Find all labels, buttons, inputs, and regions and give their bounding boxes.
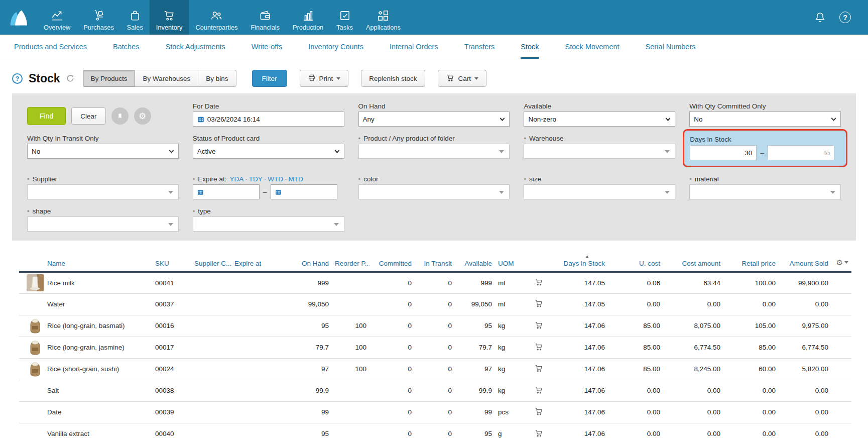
add-to-cart-icon[interactable] (534, 342, 544, 352)
size-combo[interactable] (524, 184, 675, 199)
expire-shortcut-tdy[interactable]: TDY (249, 175, 263, 183)
nav-item-sales[interactable]: Sales (120, 0, 150, 35)
product-name-link[interactable]: Salt (47, 387, 59, 394)
help-icon[interactable] (839, 12, 851, 23)
nav-item-purchases[interactable]: Purchases (77, 0, 120, 35)
print-button[interactable]: Print (300, 70, 349, 87)
nav-item-counterparties[interactable]: Counterparties (189, 0, 244, 35)
subnav-stock[interactable]: Stock (521, 35, 539, 59)
bookmark-filter-button[interactable] (111, 107, 129, 125)
app-logo[interactable] (0, 0, 37, 35)
col-reorder-point[interactable]: Reorder P... (332, 254, 369, 272)
nav-item-applications[interactable]: Applications (359, 0, 407, 35)
table-row[interactable]: Rice (long-grain, basmati) 00016 95 100 … (19, 315, 851, 337)
expire-from-input[interactable] (193, 184, 260, 199)
column-settings-button[interactable]: ⚙ (836, 258, 848, 267)
expire-shortcut-mtd[interactable]: MTD (288, 175, 303, 183)
col-days-in-stock[interactable]: ▲Days in Stock (560, 254, 608, 272)
color-combo[interactable] (358, 184, 510, 199)
clear-button[interactable]: Clear (71, 107, 105, 125)
nav-item-financials[interactable]: Financials (244, 0, 286, 35)
col-amount-sold[interactable]: Amount Sold (779, 254, 831, 272)
view-by-products-button[interactable]: By Products (83, 70, 135, 87)
filter-settings-button[interactable]: ⚙ (134, 107, 151, 125)
add-to-cart-icon[interactable] (534, 299, 544, 308)
replenish-stock-button[interactable]: Replenish stock (361, 70, 425, 87)
product-name-link[interactable]: Rice milk (47, 279, 75, 287)
days-in-stock-from-input[interactable] (690, 145, 757, 160)
nav-item-inventory[interactable]: Inventory (150, 0, 189, 35)
cart-button[interactable]: Cart (438, 70, 487, 87)
shape-combo[interactable] (27, 216, 179, 232)
product-name-link[interactable]: Water (47, 300, 65, 308)
col-cost-amount[interactable]: Cost amount (663, 254, 723, 272)
product-name-link[interactable]: Date (47, 408, 62, 416)
with-qty-in-transit-select[interactable]: No (27, 144, 179, 159)
add-to-cart-icon[interactable] (534, 277, 544, 287)
page-help-icon[interactable] (12, 73, 23, 84)
warehouse-combo[interactable] (524, 144, 675, 159)
subnav-stock-movement[interactable]: Stock Movement (565, 35, 619, 59)
table-row[interactable]: Vanilla extract 00040 95 0 0 95 g 147.06… (19, 423, 851, 440)
subnav-internal-orders[interactable]: Internal Orders (390, 35, 438, 59)
product-name-link[interactable]: Vanilla extract (47, 430, 89, 437)
col-expire-at[interactable]: Expire at (231, 254, 287, 272)
col-retail-price[interactable]: Retail price (723, 254, 779, 272)
for-date-input[interactable] (193, 112, 344, 127)
subnav-serial-numbers[interactable]: Serial Numbers (646, 35, 696, 59)
col-on-hand[interactable]: On Hand (287, 254, 332, 272)
expire-to-input[interactable] (271, 184, 337, 199)
notifications-bell-icon[interactable] (814, 11, 826, 24)
col-uom[interactable]: UOM (495, 254, 518, 272)
type-combo[interactable] (193, 216, 344, 232)
refresh-icon[interactable] (66, 74, 74, 83)
table-row[interactable]: Water 00037 99,050 0 0 99,050 ml 147.05 … (19, 293, 851, 315)
nav-item-tasks[interactable]: Tasks (330, 0, 359, 35)
table-row[interactable]: Salt 00038 99.9 0 0 99.9 kg 147.06 0.00 … (19, 380, 851, 401)
expire-shortcut-yda[interactable]: YDA (229, 175, 243, 183)
expire-to-value[interactable] (284, 188, 332, 196)
days-in-stock-to-input[interactable] (768, 145, 834, 160)
nav-item-overview[interactable]: Overview (37, 0, 77, 35)
col-sku[interactable]: SKU (152, 254, 191, 272)
col-in-transit[interactable]: In Transit (415, 254, 455, 272)
expire-shortcut-wtd[interactable]: WTD (268, 175, 283, 183)
subnav-stock-adjustments[interactable]: Stock Adjustments (165, 35, 225, 59)
nav-item-production[interactable]: Production (286, 0, 330, 35)
subnav-batches[interactable]: Batches (113, 35, 139, 59)
add-to-cart-icon[interactable] (534, 385, 544, 395)
table-row[interactable]: Rice (long-grain, jasmine) 00017 79.7 10… (19, 337, 851, 358)
supplier-combo[interactable] (27, 184, 179, 199)
filter-button[interactable]: Filter (252, 70, 287, 87)
product-combo[interactable] (358, 144, 510, 159)
table-row[interactable]: Date 00039 99 0 0 99 pcs 147.06 0.00 0.0… (19, 401, 851, 423)
table-row[interactable]: Rice milk 00041 999 0 0 999 ml 147.05 0.… (19, 272, 851, 293)
on-hand-select[interactable]: Any (358, 112, 510, 127)
view-by-warehouses-button[interactable]: By Warehouses (135, 70, 198, 87)
subnav-write-offs[interactable]: Write-offs (252, 35, 283, 59)
with-qty-committed-select[interactable]: No (689, 112, 841, 127)
expire-from-value[interactable] (206, 188, 255, 196)
subnav-transfers[interactable]: Transfers (464, 35, 495, 59)
available-select[interactable]: Non-zero (524, 112, 675, 127)
subnav-products-and-services[interactable]: Products and Services (14, 35, 87, 59)
add-to-cart-icon[interactable] (534, 320, 544, 330)
add-to-cart-icon[interactable] (534, 364, 544, 373)
col-committed[interactable]: Committed (369, 254, 415, 272)
col-u-cost[interactable]: U. cost (608, 254, 663, 272)
col-supplier-code[interactable]: Supplier C... (191, 254, 231, 272)
col-name[interactable]: Name (44, 254, 152, 272)
add-to-cart-icon[interactable] (534, 407, 544, 416)
table-row[interactable]: Rice (short-grain, sushi) 00024 97 100 0… (19, 358, 851, 380)
find-button[interactable]: Find (27, 107, 66, 125)
subnav-inventory-counts[interactable]: Inventory Counts (308, 35, 363, 59)
product-name-link[interactable]: Rice (long-grain, basmati) (47, 322, 125, 329)
col-available[interactable]: Available (455, 254, 495, 272)
material-combo[interactable] (689, 184, 841, 199)
add-to-cart-icon[interactable] (534, 428, 544, 438)
product-name-link[interactable]: Rice (long-grain, jasmine) (47, 344, 125, 351)
status-select[interactable]: Active (193, 144, 344, 159)
product-name-link[interactable]: Rice (short-grain, sushi) (47, 365, 119, 373)
for-date-value[interactable] (207, 116, 340, 123)
view-by-bins-button[interactable]: By bins (198, 70, 236, 87)
